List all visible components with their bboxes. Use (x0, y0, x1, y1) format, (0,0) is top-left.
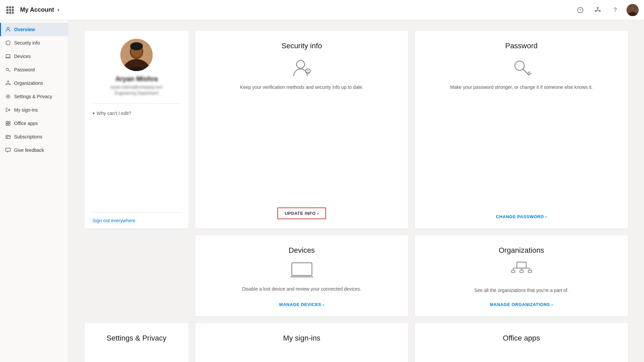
sidebar-label-settings: Settings & Privacy (14, 94, 52, 99)
svg-rect-13 (6, 55, 10, 57)
help-button[interactable]: ? (609, 4, 621, 16)
notification-icon (577, 7, 584, 13)
svg-rect-52 (520, 270, 523, 273)
svg-point-2 (580, 11, 581, 11)
sidebar-label-organizations: Organizations (14, 80, 43, 86)
manage-devices-link[interactable]: MANAGE DEVICES › (279, 302, 324, 307)
main-content: Aryan Mishra aryan.mishra@company.com En… (68, 20, 644, 362)
update-info-button[interactable]: UPDATE INFO › (277, 207, 326, 219)
sidebar-label-security: Security info (14, 40, 40, 46)
sidebar-label-subscriptions: Subscriptions (14, 134, 42, 139)
main-layout: Overview Security info Devices (0, 20, 644, 362)
why-cant-edit-link[interactable]: ▾ Why can't I edit? (85, 108, 189, 119)
svg-point-36 (130, 42, 143, 50)
security-info-title: Security info (281, 42, 322, 50)
header-title: My Account (20, 6, 54, 13)
subscriptions-icon (5, 134, 11, 139)
sidebar-label-feedback: Give feedback (14, 147, 44, 153)
svg-rect-17 (7, 81, 9, 82)
avatar-svg (120, 39, 153, 71)
sign-out-everywhere-link[interactable]: Sign out everywhere (85, 213, 189, 229)
sidebar-label-overview: Overview (14, 27, 35, 32)
sidebar-item-give-feedback[interactable]: Give feedback (0, 143, 68, 157)
organizations-title: Organizations (499, 246, 544, 255)
sidebar-item-office-apps[interactable]: Office apps (0, 117, 68, 130)
user-avatar[interactable] (627, 4, 639, 16)
header-left: My Account ▾ (5, 4, 59, 16)
svg-line-42 (528, 72, 530, 74)
devices-icon (290, 261, 313, 280)
profile-email: aryan.mishra@company.com (110, 85, 162, 89)
sidebar-item-organizations[interactable]: Organizations (0, 76, 68, 90)
key-icon (5, 67, 11, 72)
svg-rect-44 (292, 263, 312, 276)
header: My Account ▾ ? (0, 0, 644, 20)
waffle-menu-button[interactable] (5, 4, 17, 16)
cards-row-3: Settings & Privacy My sign-ins Office ap… (85, 323, 628, 362)
organizations-icon (511, 261, 532, 282)
svg-rect-46 (517, 262, 526, 268)
feedback-icon (5, 147, 11, 153)
sidebar-label-office: Office apps (14, 121, 38, 126)
settings-privacy-title: Settings & Privacy (107, 334, 167, 343)
sidebar-item-settings-privacy[interactable]: Settings & Privacy (0, 90, 68, 103)
svg-point-22 (7, 96, 9, 98)
why-cant-edit-label: Why can't I edit? (97, 111, 131, 116)
manage-organizations-link[interactable]: MANAGE ORGANIZATIONS › (490, 302, 553, 307)
org-icon (594, 7, 601, 13)
sidebar-label-signins: My sign-ins (14, 107, 38, 113)
password-title: Password (505, 42, 538, 50)
header-chevron-icon: ▾ (57, 8, 59, 12)
notifications-button[interactable] (574, 4, 586, 16)
org-button[interactable] (592, 4, 604, 16)
settings-icon (5, 94, 11, 99)
devices-desc: Disable a lost device and review your co… (242, 286, 361, 294)
svg-rect-3 (597, 7, 598, 8)
cards-row-1: Aryan Mishra aryan.mishra@company.com En… (85, 31, 628, 229)
profile-avatar (120, 39, 153, 71)
sidebar-item-devices[interactable]: Devices (0, 50, 68, 63)
shield-icon (5, 40, 11, 46)
sidebar-item-security-info[interactable]: Security info (0, 36, 68, 50)
devices-title: Devices (288, 246, 315, 255)
sidebar-item-my-sign-ins[interactable]: My sign-ins (0, 103, 68, 117)
security-info-desc: Keep your verification methods and secur… (240, 84, 363, 199)
password-card: Password Make your password stronger, or… (415, 31, 628, 229)
devices-card: Devices Disable a lost device and review… (195, 235, 408, 316)
svg-point-11 (631, 6, 635, 11)
svg-rect-24 (6, 121, 8, 123)
sidebar-item-subscriptions[interactable]: Subscriptions (0, 130, 68, 143)
sidebar-label-password: Password (14, 67, 35, 72)
svg-rect-26 (6, 124, 8, 125)
svg-rect-25 (8, 121, 10, 123)
profile-dept: Engineering Department (115, 91, 158, 96)
sidebar-item-password[interactable]: Password (0, 63, 68, 76)
settings-privacy-card: Settings & Privacy (85, 323, 189, 362)
change-password-link[interactable]: CHANGE PASSWORD › (496, 214, 547, 219)
svg-line-43 (529, 73, 531, 75)
sidebar-label-devices: Devices (14, 54, 31, 59)
profile-divider (93, 104, 180, 104)
password-icon (511, 57, 532, 78)
waffle-icon (6, 6, 14, 14)
my-sign-ins-title: My sign-ins (283, 334, 320, 343)
signin-icon (5, 107, 11, 113)
profile-name: Aryan Mishra (115, 75, 158, 83)
office-apps-title: Office apps (503, 334, 540, 343)
security-info-icon (291, 57, 313, 78)
help-icon: ? (613, 7, 616, 13)
office-icon (5, 121, 11, 126)
svg-line-16 (8, 70, 10, 72)
svg-line-41 (523, 69, 529, 75)
sidebar-item-overview[interactable]: Overview (0, 23, 68, 36)
password-desc: Make your password stronger, or change i… (450, 84, 593, 206)
svg-rect-53 (528, 270, 532, 273)
chevron-down-icon: ▾ (93, 111, 95, 116)
person-icon (5, 27, 11, 32)
laptop-icon (5, 54, 11, 59)
profile-card: Aryan Mishra aryan.mishra@company.com En… (85, 31, 189, 229)
my-sign-ins-card: My sign-ins (195, 323, 408, 362)
avatar-image (627, 4, 639, 16)
sidebar: Overview Security info Devices (0, 20, 68, 362)
security-info-card: Security info Keep your verification met… (195, 31, 408, 229)
